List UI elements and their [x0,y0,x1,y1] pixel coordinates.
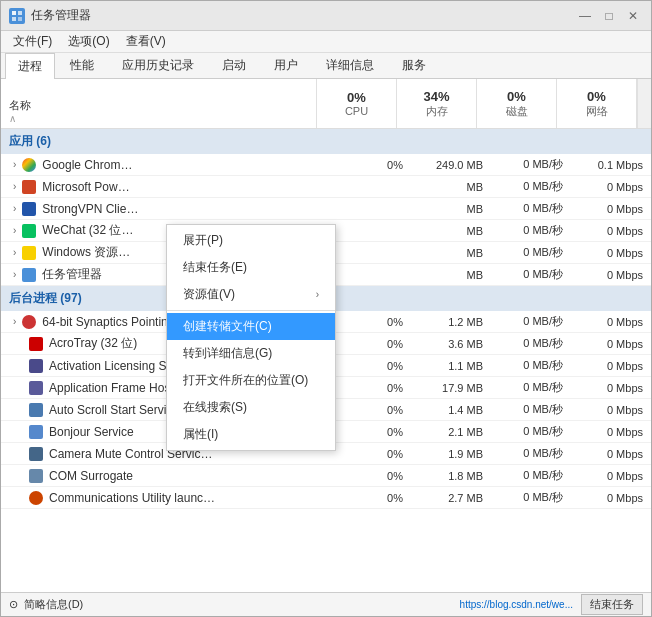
chrome-cpu: 0% [331,159,411,171]
svg-rect-3 [18,17,22,21]
comms-icon [29,491,43,505]
comms-network: 0 Mbps [571,492,651,504]
header-disk[interactable]: 0% 磁盘 [477,79,557,128]
ctx-end-task[interactable]: 结束任务(E) [167,254,335,281]
ctx-goto-detail-label: 转到详细信息(G) [183,345,272,362]
taskmgr-icon [22,268,36,282]
tab-performance[interactable]: 性能 [57,52,107,78]
apps-section-label: 应用 (6) [9,133,51,150]
explorer-disk: 0 MB/秒 [491,245,571,260]
table-row[interactable]: COM Surrogate 0% 1.8 MB 0 MB/秒 0 Mbps [1,465,651,487]
menu-view[interactable]: 查看(V) [118,31,174,52]
task-manager-window: 任务管理器 — □ ✕ 文件(F) 选项(O) 查看(V) 进程 性能 应用历史… [0,0,652,617]
ppt-icon [22,180,36,194]
header-name[interactable]: 名称 ∧ [1,79,317,128]
synaptics-memory: 1.2 MB [411,316,491,328]
tab-details[interactable]: 详细信息 [313,52,387,78]
ppt-memory: MB [411,181,491,193]
activation-network: 0 Mbps [571,360,651,372]
chrome-network: 0.1 Mbps [571,159,651,171]
taskmgr-memory: MB [411,269,491,281]
status-link: https://blog.csdn.net/we... [460,599,573,610]
header-cpu[interactable]: 0% CPU [317,79,397,128]
ctx-goto-detail[interactable]: 转到详细信息(G) [167,340,335,367]
chrome-name: Google Chrom… [42,158,132,172]
ctx-open-location[interactable]: 打开文件所在的位置(O) [167,367,335,394]
appframe-memory: 17.9 MB [411,382,491,394]
ctx-open-location-label: 打开文件所在的位置(O) [183,372,308,389]
tab-app-history[interactable]: 应用历史记录 [109,52,207,78]
minimize-button[interactable]: — [575,6,595,26]
ctx-expand[interactable]: 展开(P) [167,227,335,254]
tab-process[interactable]: 进程 [5,53,55,79]
title-bar: 任务管理器 — □ ✕ [1,1,651,31]
com-icon [29,469,43,483]
explorer-name: Windows 资源… [42,244,130,261]
menu-options[interactable]: 选项(O) [60,31,117,52]
apps-section-header: 应用 (6) [1,129,651,154]
taskmgr-network: 0 Mbps [571,269,651,281]
autoscroll-memory: 1.4 MB [411,404,491,416]
content-area: 名称 ∧ 0% CPU 34% 内存 0% 磁盘 0% 网络 [1,79,651,592]
activation-memory: 1.1 MB [411,360,491,372]
ctx-resource-value[interactable]: 资源值(V) › [167,281,335,308]
tab-startup[interactable]: 启动 [209,52,259,78]
expand-icon: › [9,159,16,170]
vpn-disk: 0 MB/秒 [491,201,571,216]
memory-label: 内存 [426,104,448,119]
background-section-label: 后台进程 (97) [9,290,82,307]
cpu-label: CPU [345,105,368,117]
bonjour-icon [29,425,43,439]
com-name: COM Surrogate [49,469,133,483]
vpn-network: 0 Mbps [571,203,651,215]
appframe-name: Application Frame Host [49,381,174,395]
status-label[interactable]: 简略信息(D) [24,597,83,612]
ctx-properties[interactable]: 属性(I) [167,421,335,448]
taskmgr-name: 任务管理器 [42,266,102,283]
table-row[interactable]: › Google Chrom… 0% 249.0 MB 0 MB/秒 0.1 M… [1,154,651,176]
menu-file[interactable]: 文件(F) [5,31,60,52]
camera-memory: 1.9 MB [411,448,491,460]
maximize-button[interactable]: □ [599,6,619,26]
comms-cpu: 0% [331,492,411,504]
status-info-icon: ⊙ [9,598,18,611]
bonjour-memory: 2.1 MB [411,426,491,438]
vpn-name: StrongVPN Clie… [42,202,138,216]
com-memory: 1.8 MB [411,470,491,482]
tabs-bar: 进程 性能 应用历史记录 启动 用户 详细信息 服务 [1,53,651,79]
ppt-disk: 0 MB/秒 [491,179,571,194]
close-button[interactable]: ✕ [623,6,643,26]
acro-network: 0 Mbps [571,338,651,350]
header-memory[interactable]: 34% 内存 [397,79,477,128]
row-name-vpn: › StrongVPN Clie… [1,202,331,216]
header-name-label: 名称 [9,98,31,113]
activation-cpu: 0% [331,360,411,372]
ctx-resource-arrow-icon: › [316,289,319,300]
table-row[interactable]: › Microsoft Pow… MB 0 MB/秒 0 Mbps [1,176,651,198]
autoscroll-icon [29,403,43,417]
window-controls: — □ ✕ [575,6,643,26]
cpu-percent: 0% [347,90,366,105]
ctx-online-search[interactable]: 在线搜索(S) [167,394,335,421]
expand-icon: › [9,269,16,280]
vpn-icon [22,202,36,216]
svg-rect-1 [18,11,22,15]
tab-services[interactable]: 服务 [389,52,439,78]
tab-users[interactable]: 用户 [261,52,311,78]
ctx-create-dump[interactable]: 创建转储文件(C) [167,313,335,340]
end-task-button[interactable]: 结束任务 [581,594,643,615]
ctx-separator [167,310,335,311]
acro-icon [29,337,43,351]
table-row[interactable]: › StrongVPN Clie… MB 0 MB/秒 0 Mbps [1,198,651,220]
synaptics-icon [22,315,36,329]
camera-disk: 0 MB/秒 [491,446,571,461]
ctx-create-dump-label: 创建转储文件(C) [183,318,272,335]
network-label: 网络 [586,104,608,119]
table-row[interactable]: Communications Utility launc… 0% 2.7 MB … [1,487,651,509]
wechat-icon [22,224,36,238]
context-menu: 展开(P) 结束任务(E) 资源值(V) › 创建转储文件(C) 转到详细信息(… [166,224,336,451]
activation-icon [29,359,43,373]
wechat-network: 0 Mbps [571,225,651,237]
table-header: 名称 ∧ 0% CPU 34% 内存 0% 磁盘 0% 网络 [1,79,651,129]
header-network[interactable]: 0% 网络 [557,79,637,128]
